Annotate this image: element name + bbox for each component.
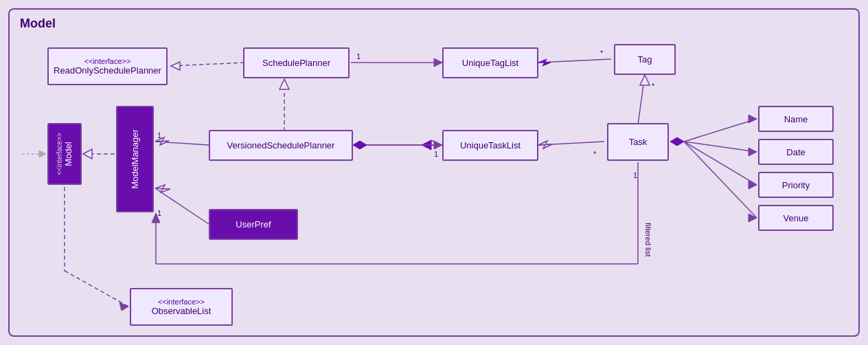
svg-marker-14: [538, 59, 551, 66]
readonly-label: ReadOnlySchedulePlanner: [54, 65, 161, 76]
observable-list-box: <<interface>> ObservableList: [130, 288, 233, 326]
versioned-schedule-planner-label: VersionedSchedulePlanner: [227, 140, 335, 151]
model-manager-box: ModelManager: [116, 106, 154, 212]
date-box: Date: [758, 139, 834, 165]
svg-line-40: [684, 142, 757, 218]
svg-line-13: [538, 59, 611, 63]
priority-box: Priority: [758, 172, 834, 198]
versioned-schedule-planner-box: VersionedSchedulePlanner: [209, 130, 353, 161]
svg-marker-33: [670, 137, 684, 146]
schedule-planner-box: SchedulePlanner: [243, 47, 350, 78]
model-interface-box: <<interface>> Model: [47, 123, 82, 185]
svg-text:*: *: [593, 150, 597, 158]
task-box: Task: [607, 123, 669, 161]
user-pref-label: UserPref: [236, 219, 271, 230]
svg-text:1: 1: [157, 209, 161, 217]
unique-task-list-label: UniqueTaskList: [460, 140, 521, 151]
model-stereotype: <<interface>>: [56, 133, 63, 175]
svg-marker-41: [749, 214, 757, 222]
model-interface-label: Model: [63, 142, 73, 166]
svg-line-34: [684, 119, 757, 142]
observable-list-label: ObservableList: [152, 306, 212, 316]
svg-marker-11: [434, 58, 442, 67]
priority-label: Priority: [782, 180, 810, 190]
svg-marker-48: [152, 213, 160, 223]
svg-line-52: [65, 271, 128, 307]
unique-tag-list-label: UniqueTagList: [462, 58, 518, 68]
svg-text:1: 1: [633, 171, 637, 179]
tag-label: Tag: [638, 54, 652, 65]
svg-text:1: 1: [434, 150, 438, 158]
svg-line-6: [171, 63, 244, 66]
svg-text:filtered list: filtered list: [644, 223, 652, 257]
diagram-title: Model: [16, 16, 852, 31]
svg-marker-39: [749, 181, 757, 189]
user-pref-box: UserPref: [209, 209, 298, 240]
schedule-planner-label: SchedulePlanner: [262, 58, 330, 68]
svg-marker-26: [353, 141, 367, 149]
unique-tag-list-box: UniqueTagList: [442, 47, 538, 78]
svg-marker-43: [155, 185, 170, 192]
diagram-container: Model: [8, 8, 860, 337]
svg-line-21: [155, 142, 209, 145]
venue-box: Venue: [758, 205, 834, 231]
svg-marker-55: [39, 151, 46, 157]
unique-task-list-box: UniqueTaskList: [442, 130, 538, 161]
svg-marker-7: [171, 62, 180, 70]
svg-line-16: [638, 75, 645, 124]
svg-marker-17: [640, 75, 650, 85]
date-label: Date: [786, 147, 805, 157]
tag-box: Tag: [614, 44, 676, 75]
observable-stereotype: <<interface>>: [158, 298, 205, 306]
model-manager-label: ModelManager: [130, 129, 140, 189]
svg-marker-9: [279, 79, 289, 89]
svg-text:*: *: [600, 49, 604, 57]
svg-marker-31: [538, 141, 552, 148]
svg-text:*: *: [652, 82, 655, 90]
readonly-schedule-planner-box: <<interface>> ReadOnlySchedulePlanner: [47, 47, 168, 85]
name-label: Name: [784, 114, 808, 124]
svg-marker-28: [434, 141, 442, 149]
svg-text:1: 1: [356, 52, 361, 60]
venue-label: Venue: [784, 213, 809, 223]
svg-marker-35: [749, 115, 757, 123]
svg-marker-53: [119, 302, 128, 311]
svg-line-38: [684, 142, 757, 185]
task-label: Task: [629, 137, 648, 147]
svg-marker-22: [155, 137, 169, 145]
svg-marker-25: [422, 140, 441, 150]
svg-marker-37: [749, 148, 757, 156]
svg-line-42: [155, 188, 209, 224]
svg-line-36: [684, 142, 757, 152]
readonly-stereotype: <<interface>>: [84, 57, 131, 65]
svg-marker-20: [83, 149, 92, 159]
name-box: Name: [758, 106, 834, 132]
svg-line-30: [538, 142, 604, 145]
svg-text:1: 1: [157, 131, 161, 140]
